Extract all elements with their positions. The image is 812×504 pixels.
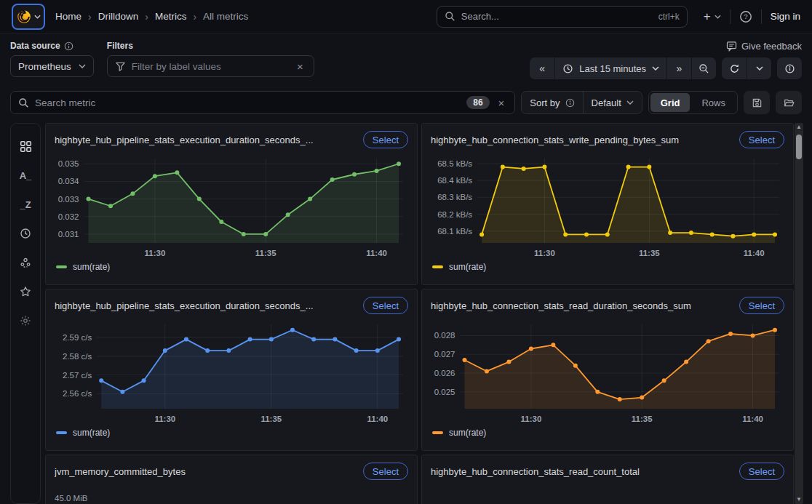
apps-grid-icon[interactable] — [20, 140, 32, 153]
star-icon[interactable] — [20, 285, 31, 298]
info-button[interactable] — [777, 57, 802, 79]
legend-label: sum(rate) — [73, 428, 110, 438]
legend-item[interactable]: sum(rate) — [422, 260, 793, 272]
select-button[interactable]: Select — [363, 131, 408, 148]
chevron-down-icon — [626, 100, 634, 105]
svg-text:0.033: 0.033 — [58, 195, 79, 204]
svg-text:68.5 kB/s: 68.5 kB/s — [437, 159, 472, 168]
legend-item[interactable]: sum(rate) — [422, 426, 793, 438]
svg-text:68.3 kB/s: 68.3 kB/s — [437, 193, 472, 201]
svg-text:11:35: 11:35 — [639, 249, 660, 257]
metric-panel: highbyte_hub_connection_stats_read_count… — [421, 455, 794, 504]
scroll-up-button[interactable]: ▲ — [796, 123, 802, 132]
svg-text:0.034: 0.034 — [58, 177, 79, 185]
metric-chart[interactable]: 2.56 c/s2.57 c/s2.58 c/s2.59 c/s11:3011:… — [46, 319, 417, 426]
clear-filter-icon[interactable]: × — [294, 60, 306, 73]
svg-text:68.4 kB/s: 68.4 kB/s — [437, 176, 472, 185]
scroll-thumb[interactable] — [796, 135, 802, 159]
datasource-value: Prometheus — [18, 61, 71, 72]
sort-by-dropdown[interactable]: Default — [583, 92, 642, 113]
time-shift-forward-button[interactable]: » — [666, 57, 691, 79]
select-button[interactable]: Select — [363, 297, 408, 314]
give-feedback-link[interactable]: Give feedback — [726, 41, 802, 52]
time-range-label: Last 15 minutes — [579, 63, 646, 74]
breadcrumb-item[interactable]: Metrics — [155, 11, 187, 22]
question-icon: ? — [739, 10, 752, 23]
time-shift-back-button[interactable]: « — [530, 57, 554, 79]
info-icon[interactable] — [565, 98, 575, 108]
metric-chart[interactable]: 68.1 kB/s68.2 kB/s68.3 kB/s68.4 kB/s68.5… — [422, 153, 793, 260]
svg-text:11:40: 11:40 — [744, 249, 765, 257]
label-filter-input[interactable]: Filter by label values × — [107, 55, 314, 77]
select-button[interactable]: Select — [739, 131, 784, 148]
sort-ascending-icon[interactable]: A_ — [20, 169, 32, 182]
refresh-interval-dropdown[interactable] — [747, 57, 771, 79]
refresh-icon — [729, 63, 740, 74]
svg-text:11:30: 11:30 — [521, 415, 542, 423]
time-range-picker[interactable]: Last 15 minutes — [554, 57, 666, 79]
grafana-logo-button[interactable] — [12, 4, 45, 30]
clock-icon[interactable] — [20, 227, 31, 240]
legend-color-dash — [56, 265, 67, 268]
help-button[interactable]: ? — [739, 10, 752, 23]
view-grid-option[interactable]: Grid — [650, 93, 690, 112]
panel-title: highbyte_hub_pipeline_stats_execution_du… — [55, 300, 356, 311]
legend-item[interactable]: sum(rate) — [46, 260, 417, 272]
breadcrumb-item: All metrics — [203, 11, 248, 22]
datasource-picker[interactable]: Prometheus — [10, 55, 94, 77]
metric-panel: highbyte_hub_connection_stats_read_durat… — [421, 289, 794, 451]
quick-actions-rail: A_ _Z — [10, 123, 41, 504]
select-button[interactable]: Select — [363, 463, 408, 480]
folder-open-icon — [784, 97, 795, 108]
metric-search-input[interactable]: Search metric 86 × — [10, 91, 515, 114]
breadcrumb-item[interactable]: Drilldown — [98, 11, 139, 22]
chevron-down-icon — [652, 66, 659, 71]
legend-label: sum(rate) — [73, 262, 110, 272]
panel-header: highbyte_hub_connection_stats_read_durat… — [422, 289, 793, 319]
community-icon[interactable] — [20, 256, 31, 269]
svg-text:68.2 kB/s: 68.2 kB/s — [437, 210, 472, 219]
breadcrumb-item[interactable]: Home — [55, 11, 81, 22]
topnav-right: + ? Sign in — [704, 9, 800, 24]
sort-by-label: Sort by — [530, 97, 560, 108]
panel-header: highbyte_hub_connection_stats_read_count… — [422, 455, 793, 484]
view-rows-option[interactable]: Rows — [691, 93, 736, 112]
svg-text:?: ? — [744, 12, 747, 20]
save-icon — [752, 97, 763, 108]
panel-title: highbyte_hub_pipeline_stats_execution_du… — [55, 135, 356, 145]
save-bookmark-button[interactable] — [744, 91, 770, 114]
svg-text:11:40: 11:40 — [367, 415, 388, 423]
legend-color-dash — [432, 265, 443, 268]
svg-text:2.56 c/s: 2.56 c/s — [63, 389, 92, 398]
svg-text:11:40: 11:40 — [742, 415, 763, 423]
clear-search-icon[interactable]: × — [495, 97, 508, 109]
scrollbar[interactable]: ▲ ▼ — [795, 123, 803, 504]
legend-item[interactable]: sum(rate) — [46, 426, 417, 438]
settings-icon[interactable] — [20, 314, 31, 327]
metric-panel: highbyte_hub_pipeline_stats_execution_du… — [45, 289, 418, 451]
search-icon — [445, 11, 455, 22]
global-search-input[interactable]: Search... ctrl+k — [437, 6, 688, 28]
metric-chart[interactable]: 0.0310.0320.0330.0340.03511:3011:3511:40 — [46, 153, 417, 260]
select-button[interactable]: Select — [739, 463, 784, 480]
sort-descending-icon[interactable]: _Z — [20, 198, 31, 211]
scroll-down-button[interactable]: ▼ — [796, 495, 802, 504]
info-icon[interactable] — [64, 41, 73, 51]
svg-text:11:30: 11:30 — [145, 249, 166, 257]
sign-in-link[interactable]: Sign in — [771, 11, 800, 22]
filters-label: Filters — [107, 41, 133, 51]
svg-text:11:40: 11:40 — [366, 249, 387, 257]
chevron-right-icon: › — [193, 11, 196, 23]
zoom-out-icon — [698, 63, 709, 74]
metric-panel: jvm_memory_committed_bytesSelect45.0 MiB — [45, 455, 418, 504]
zoom-out-button[interactable] — [691, 57, 716, 79]
refresh-button[interactable] — [722, 57, 747, 79]
sort-by-label-segment: Sort by — [522, 92, 582, 113]
panel-header: highbyte_hub_connection_stats_write_pend… — [422, 124, 793, 153]
open-bookmarks-button[interactable] — [776, 91, 802, 114]
metric-chart[interactable]: 0.0250.0260.0270.02811:3011:3511:40 — [422, 319, 793, 426]
panel-title: jvm_memory_committed_bytes — [55, 466, 356, 477]
select-button[interactable]: Select — [739, 297, 784, 314]
svg-text:11:35: 11:35 — [632, 415, 653, 423]
new-menu-button[interactable]: + — [704, 10, 721, 23]
